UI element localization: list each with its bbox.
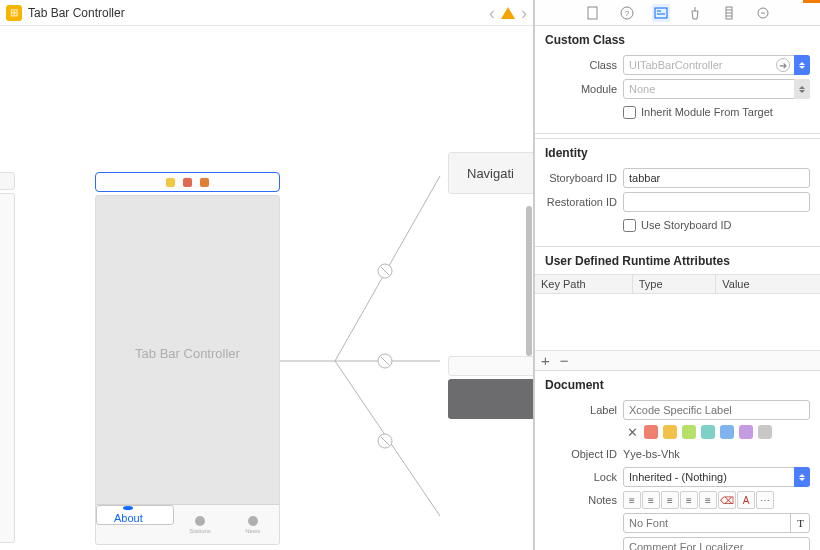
class-dropdown-button[interactable] [794, 55, 810, 75]
align-center-button[interactable]: ≡ [642, 491, 660, 509]
partial-scene-middle[interactable] [448, 356, 534, 419]
label-notes: Notes [545, 494, 623, 506]
module-dropdown-button[interactable] [794, 79, 810, 99]
partial-scene-left[interactable] [0, 172, 15, 542]
udra-col-value[interactable]: Value [716, 275, 820, 293]
storyboard-file-icon: ⊞ [6, 5, 22, 21]
scene-dot-icon [166, 178, 175, 187]
scene-body[interactable]: Tab Bar Controller About Stations News [95, 195, 280, 545]
scene-dot-icon [200, 178, 209, 187]
tab-bar[interactable]: About Stations News [96, 504, 279, 544]
section-document: Document Label ✕ Object ID [535, 371, 820, 550]
section-heading: Document [535, 371, 820, 398]
inherit-module-checkbox[interactable]: Inherit Module From Target [623, 106, 773, 119]
color-swatch[interactable] [720, 425, 734, 439]
section-heading: User Defined Runtime Attributes [535, 247, 820, 274]
warning-icon[interactable] [501, 7, 515, 19]
section-identity: Identity Storyboard ID Restoration ID Us… [535, 138, 820, 247]
inspector-tab-bar: ? [535, 0, 820, 26]
svg-line-5 [381, 437, 389, 445]
canvas-scrollbar[interactable] [525, 126, 533, 550]
storyboard-id-field[interactable] [623, 168, 810, 188]
color-swatch[interactable] [758, 425, 772, 439]
tab-bar-controller-scene[interactable]: Tab Bar Controller About Stations News [95, 172, 280, 545]
scene-title: Tab Bar Controller [96, 346, 279, 361]
storyboard-canvas[interactable]: ⊞ Tab Bar Controller ‹ › Tab Bar C [0, 0, 534, 550]
section-heading: Custom Class [535, 26, 820, 53]
tab-item-about[interactable]: About [96, 505, 174, 525]
section-udra: User Defined Runtime Attributes Key Path… [535, 247, 820, 371]
align-left-button[interactable]: ≡ [623, 491, 641, 509]
help-inspector-tab[interactable]: ? [618, 4, 636, 22]
breadcrumb-title[interactable]: Tab Bar Controller [28, 6, 125, 20]
use-storyboard-id-checkbox[interactable]: Use Storyboard ID [623, 219, 731, 232]
label-restoration-id: Restoration ID [545, 196, 623, 208]
udra-col-keypath[interactable]: Key Path [535, 275, 633, 293]
lock-select[interactable] [623, 467, 810, 487]
svg-point-0 [378, 264, 392, 278]
clear-button[interactable]: A [737, 491, 755, 509]
strike-button[interactable]: ⌫ [718, 491, 736, 509]
udra-remove-button[interactable]: − [560, 353, 569, 368]
udra-add-button[interactable]: + [541, 353, 550, 368]
breadcrumb-bar: ⊞ Tab Bar Controller ‹ › [0, 0, 533, 26]
localizer-comment-field[interactable] [623, 537, 810, 550]
nav-bar[interactable]: Navigati [448, 152, 534, 194]
lock-dropdown-button[interactable] [794, 467, 810, 487]
more-button[interactable]: ⋯ [756, 491, 774, 509]
font-field[interactable] [623, 513, 810, 533]
label-color-row: ✕ [535, 422, 820, 443]
scene-dot-icon [183, 178, 192, 187]
size-inspector-tab[interactable] [720, 4, 738, 22]
font-picker-button[interactable]: T [790, 513, 810, 533]
udra-col-type[interactable]: Type [633, 275, 717, 293]
label-module: Module [545, 83, 623, 95]
accent-bar [803, 0, 820, 3]
udra-footer: + − [535, 350, 820, 370]
color-swatch[interactable] [644, 425, 658, 439]
color-clear-button[interactable]: ✕ [625, 425, 639, 440]
color-swatch[interactable] [682, 425, 696, 439]
object-id-value: Yye-bs-Vhk [623, 448, 810, 460]
svg-rect-9 [655, 8, 667, 18]
notes-toolbar: ≡ ≡ ≡ ≡ ≡ ⌫ A ⋯ [623, 491, 810, 509]
connections-inspector-tab[interactable] [754, 4, 772, 22]
partial-scene-navigation[interactable]: Navigati [448, 152, 534, 194]
scene-header-selected[interactable] [95, 172, 280, 192]
label-storyboard-id: Storyboard ID [545, 172, 623, 184]
doc-label-field[interactable] [623, 400, 810, 420]
nav-back-icon[interactable]: ‹ [489, 4, 495, 22]
label-lock: Lock [545, 471, 623, 483]
svg-point-2 [378, 434, 392, 448]
restoration-id-field[interactable] [623, 192, 810, 212]
section-heading: Identity [535, 139, 820, 166]
color-swatch[interactable] [701, 425, 715, 439]
file-inspector-tab[interactable] [584, 4, 602, 22]
label-class: Class [545, 59, 623, 71]
svg-text:?: ? [624, 9, 629, 18]
udra-body[interactable] [535, 294, 820, 350]
attributes-inspector-tab[interactable] [686, 4, 704, 22]
jump-to-class-icon[interactable]: ➜ [776, 58, 790, 72]
outdent-button[interactable]: ≡ [699, 491, 717, 509]
align-right-button[interactable]: ≡ [661, 491, 679, 509]
tab-item-stations[interactable]: Stations [174, 505, 227, 544]
section-custom-class: Custom Class Class ➜ Module [535, 26, 820, 134]
tab-item-news[interactable]: News [226, 505, 279, 544]
nav-forward-icon[interactable]: › [521, 4, 527, 22]
color-swatch[interactable] [739, 425, 753, 439]
svg-rect-6 [588, 7, 597, 19]
color-swatch[interactable] [663, 425, 677, 439]
svg-line-4 [381, 357, 389, 365]
inspector-panel: ? Custom Class Class ➜ Module [534, 0, 820, 550]
identity-inspector-tab[interactable] [652, 4, 670, 22]
label-object-id: Object ID [545, 448, 623, 460]
module-field[interactable] [623, 79, 810, 99]
label-doc-label: Label [545, 404, 623, 416]
svg-point-1 [378, 354, 392, 368]
align-justify-button[interactable]: ≡ [680, 491, 698, 509]
udra-header-row: Key Path Type Value [535, 274, 820, 294]
svg-line-3 [381, 267, 389, 275]
